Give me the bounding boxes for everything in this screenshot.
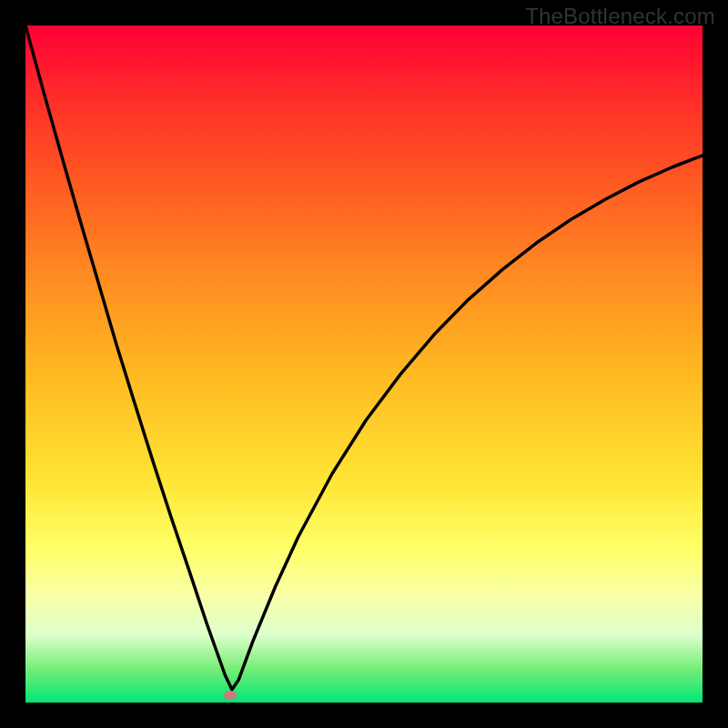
minimum-marker: [224, 691, 237, 700]
bottleneck-curve: [25, 25, 703, 703]
chart-outer: TheBottleneck.com: [0, 0, 728, 728]
watermark-text: TheBottleneck.com: [525, 4, 715, 29]
plot-area: [25, 25, 703, 703]
